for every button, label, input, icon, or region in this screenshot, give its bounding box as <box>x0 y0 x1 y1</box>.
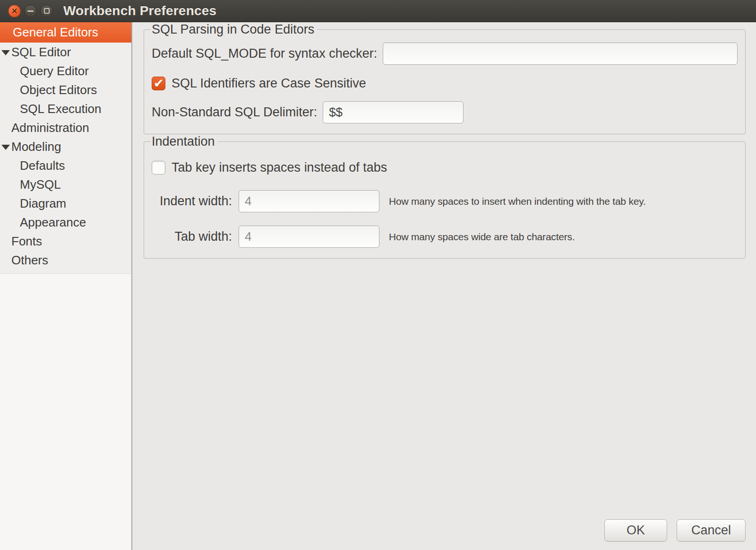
maximize-button[interactable] <box>40 5 53 17</box>
sidebar-item-label: Diagram <box>20 196 66 211</box>
sidebar-item-label: Others <box>11 253 48 268</box>
sql-mode-label: Default SQL_MODE for syntax checker: <box>152 46 377 61</box>
case-sensitive-label: SQL Identifiers are Case Sensitive <box>172 76 366 91</box>
sidebar-item-label: Defaults <box>20 158 65 173</box>
sidebar-item-label: Modeling <box>11 140 61 154</box>
sql-mode-input[interactable] <box>383 43 738 65</box>
sidebar-item-label: Query Editor <box>20 64 89 79</box>
case-sensitive-row: ✔ SQL Identifiers are Case Sensitive <box>152 76 738 91</box>
group-sql-parsing-legend: SQL Parsing in Code Editors <box>151 22 317 37</box>
caret-down-icon[interactable] <box>1 145 10 150</box>
tab-spaces-row: Tab key inserts spaces instead of tabs <box>152 160 738 175</box>
ok-button[interactable]: OK <box>604 519 667 541</box>
dialog-body: General EditorsSQL EditorQuery EditorObj… <box>0 22 756 550</box>
minimize-button[interactable] <box>24 5 37 17</box>
sidebar-item-sql-execution[interactable]: SQL Execution <box>0 99 131 118</box>
sidebar-item-label: General Editors <box>13 25 98 40</box>
cancel-button[interactable]: Cancel <box>677 519 746 541</box>
sidebar-tree: General EditorsSQL EditorQuery EditorObj… <box>0 22 131 274</box>
sidebar: General EditorsSQL EditorQuery EditorObj… <box>0 22 132 550</box>
delimiter-row: Non-Standard SQL Delimiter: <box>152 101 738 123</box>
sidebar-item-mysql[interactable]: MySQL <box>0 175 131 194</box>
tab-width-help: How many spaces wide are tab characters. <box>389 231 575 243</box>
sidebar-item-label: Fonts <box>11 234 42 249</box>
tab-spaces-label: Tab key inserts spaces instead of tabs <box>172 160 387 175</box>
indent-width-input[interactable] <box>239 190 379 212</box>
footer-buttons: OK Cancel <box>604 519 746 541</box>
sidebar-item-defaults[interactable]: Defaults <box>0 156 131 175</box>
sidebar-item-label: Administration <box>11 121 89 135</box>
sidebar-item-others[interactable]: Others <box>0 251 131 270</box>
tab-width-label: Tab width: <box>152 229 232 244</box>
indent-width-row: Indent width: How many spaces to insert … <box>152 190 738 212</box>
main-panel: SQL Parsing in Code Editors Default SQL_… <box>132 22 756 550</box>
tab-spaces-checkbox[interactable] <box>152 161 165 175</box>
sidebar-item-diagram[interactable]: Diagram <box>0 194 131 213</box>
sidebar-item-object-editors[interactable]: Object Editors <box>0 80 131 99</box>
close-button[interactable]: ✕ <box>8 5 21 17</box>
sidebar-item-label: SQL Execution <box>20 102 101 116</box>
sidebar-item-administration[interactable]: Administration <box>0 118 131 137</box>
indent-width-label: Indent width: <box>152 194 232 209</box>
titlebar: ✕ Workbench Preferences <box>0 0 756 22</box>
group-indentation: Indentation Tab key inserts spaces inste… <box>144 134 746 259</box>
sidebar-item-general-editors[interactable]: General Editors <box>0 22 131 43</box>
sidebar-item-modeling[interactable]: Modeling <box>0 137 131 156</box>
preferences-window: ✕ Workbench Preferences General EditorsS… <box>0 0 756 550</box>
caret-down-icon[interactable] <box>1 50 10 55</box>
window-title: Workbench Preferences <box>63 3 216 18</box>
sidebar-item-sql-editor[interactable]: SQL Editor <box>0 43 131 61</box>
tab-width-row: Tab width: How many spaces wide are tab … <box>152 226 738 248</box>
sql-mode-row: Default SQL_MODE for syntax checker: <box>152 43 738 65</box>
group-sql-parsing: SQL Parsing in Code Editors Default SQL_… <box>144 22 746 134</box>
delimiter-input[interactable] <box>323 101 464 123</box>
delimiter-label: Non-Standard SQL Delimiter: <box>152 105 317 120</box>
sidebar-item-appearance[interactable]: Appearance <box>0 213 131 232</box>
sidebar-item-fonts[interactable]: Fonts <box>0 232 131 251</box>
sidebar-item-label: SQL Editor <box>11 45 71 60</box>
indent-width-help: How many spaces to insert when indenting… <box>389 196 646 207</box>
close-icon: ✕ <box>11 7 17 15</box>
tab-width-input[interactable] <box>239 226 379 248</box>
sidebar-item-label: MySQL <box>20 177 61 192</box>
sidebar-item-query-editor[interactable]: Query Editor <box>0 61 131 80</box>
checkmark-icon: ✔ <box>154 76 164 91</box>
maximize-icon <box>44 8 50 14</box>
sidebar-item-label: Appearance <box>20 215 86 230</box>
group-indentation-legend: Indentation <box>151 134 218 149</box>
sidebar-item-label: Object Editors <box>20 83 97 97</box>
case-sensitive-checkbox[interactable]: ✔ <box>152 77 165 90</box>
minimize-icon <box>27 10 34 12</box>
